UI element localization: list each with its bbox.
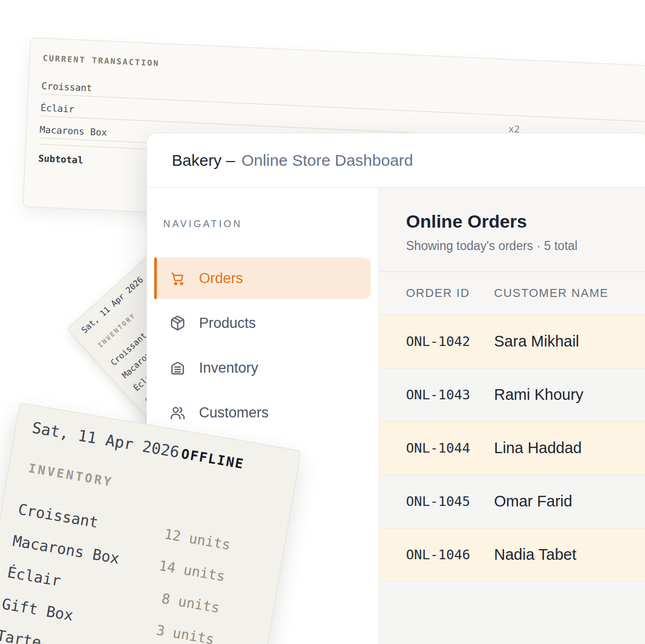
sidebar-item-orders[interactable]: Orders — [154, 257, 371, 299]
page-title: Online Orders — [406, 211, 645, 232]
order-id-cell: ONL-1046 — [406, 547, 494, 562]
sidebar-item-label: Products — [199, 315, 256, 332]
users-icon — [170, 405, 186, 421]
customer-name-cell: Sara Mikhail — [494, 333, 579, 350]
sidebar-item-label: Orders — [199, 270, 243, 287]
sidebar-item-inventory[interactable]: Inventory — [154, 347, 371, 389]
orders-table-header: ORDER ID CUSTOMER NAME — [379, 272, 645, 315]
app-title-subtitle: Online Store Dashboard — [241, 151, 413, 170]
order-id-cell: ONL-1043 — [406, 387, 494, 402]
column-header-order-id: ORDER ID — [406, 286, 494, 300]
table-empty-area — [379, 582, 645, 644]
package-icon — [170, 315, 186, 331]
pos-item-name: Macarons Box — [39, 124, 107, 138]
order-id-cell: ONL-1044 — [406, 440, 494, 456]
window-titlebar: Bakery – Online Store Dashboard — [147, 133, 645, 188]
receipt-item-units: 8 units — [161, 590, 221, 616]
sidebar-item-products[interactable]: Products — [154, 302, 371, 344]
customer-name-cell: Lina Haddad — [494, 439, 582, 457]
orders-panel-header: Online Orders Showing today's orders · 5… — [379, 188, 645, 272]
receipt-date: Sat, 11 Apr 2026 — [79, 275, 145, 335]
offline-status-badge: OFFLINE — [180, 446, 245, 472]
order-table-row[interactable]: ONL-1042 Sara Mikhail — [379, 315, 645, 368]
receipt-item-name: Gift Box — [1, 595, 74, 624]
app-title-brand: Bakery – — [172, 151, 235, 170]
receipt-item-name: Tarte — [0, 626, 43, 644]
order-table-row[interactable]: ONL-1046 Nadia Tabet — [379, 528, 645, 582]
receipt-item-units: 12 units — [163, 526, 232, 553]
order-table-row[interactable]: ONL-1045 Omar Farid — [379, 475, 645, 528]
receipt-item-list: Croissant 12 units Macarons Box 14 units… — [0, 493, 233, 644]
order-table-row[interactable]: ONL-1043 Rami Khoury — [379, 368, 645, 422]
navigation-section-label: NAVIGATION — [163, 219, 379, 230]
sidebar-item-customers[interactable]: Customers — [154, 392, 371, 433]
pos-item-name: Éclair — [41, 102, 75, 115]
receipt-item-units: 14 units — [158, 558, 226, 585]
column-header-customer-name: CUSTOMER NAME — [494, 286, 609, 300]
order-id-cell: ONL-1045 — [406, 494, 494, 509]
receipt-item-units: 3 units — [155, 622, 216, 644]
warehouse-icon — [170, 360, 186, 376]
receipt-item-name: Éclair — [6, 563, 62, 590]
customer-name-cell: Nadia Tabet — [494, 546, 576, 564]
sidebar-item-label: Inventory — [199, 360, 258, 376]
sidebar-item-label: Customers — [199, 405, 269, 421]
customer-name-cell: Rami Khoury — [494, 386, 584, 404]
customer-name-cell: Omar Farid — [494, 493, 572, 510]
cart-icon — [170, 270, 186, 286]
orders-panel: Online Orders Showing today's orders · 5… — [379, 188, 645, 644]
order-table-row[interactable]: ONL-1044 Lina Haddad — [379, 422, 645, 475]
order-id-cell: ONL-1042 — [406, 334, 494, 349]
orders-summary-text: Showing today's orders · 5 total — [406, 239, 645, 253]
pos-item-name: Croissant — [41, 80, 92, 93]
